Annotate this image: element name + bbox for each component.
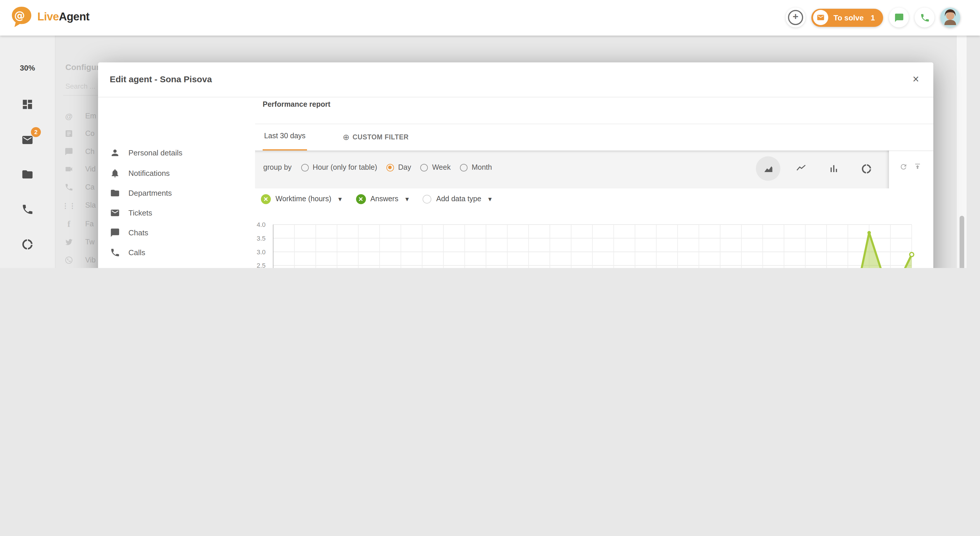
logo-agent: Agent xyxy=(59,11,90,23)
usage-percent: 30% xyxy=(0,63,55,72)
chats-button[interactable] xyxy=(889,8,909,27)
user-avatar[interactable] xyxy=(940,8,960,27)
phone-icon xyxy=(920,13,929,22)
svg-text:@: @ xyxy=(14,9,25,22)
group-by-band: group byHour (only for table)DayWeekMont… xyxy=(255,151,889,189)
envelope-icon xyxy=(110,208,120,218)
logo-bubble-icon: @ xyxy=(10,5,34,29)
radio-week[interactable] xyxy=(420,163,428,171)
empty-circle-icon xyxy=(423,195,432,203)
remove-series-icon[interactable]: ✕ xyxy=(261,194,271,204)
logo-live: Live xyxy=(37,11,59,23)
radio-label: Day xyxy=(398,163,411,171)
group-by-label: group by xyxy=(263,163,291,171)
chat-icon xyxy=(110,228,120,238)
radio-label: Week xyxy=(432,163,450,171)
topbar: @ LiveAgent + To solve 1 xyxy=(0,0,980,36)
series-chip-worktime-hours-[interactable]: ✕Worktime (hours)▼ xyxy=(261,194,343,204)
dashboard-grid-icon xyxy=(21,98,33,111)
tab-custom-filter[interactable]: ⊕CUSTOM FILTER xyxy=(343,132,409,142)
series-chip-label: Answers xyxy=(370,195,398,203)
sidebar-item-envelope[interactable] xyxy=(21,134,33,146)
radio-day[interactable] xyxy=(387,163,394,171)
signature-icon xyxy=(110,267,120,268)
performance-chart: 00.51.01.52.02.53.03.54.005/26/202105/27… xyxy=(255,209,933,268)
page-scrollbar[interactable] xyxy=(959,216,964,268)
line-chart-icon xyxy=(795,163,807,174)
sidebar-item-dashboard-grid[interactable] xyxy=(21,98,33,111)
sidebar-item-phone[interactable] xyxy=(21,203,33,216)
slack-icon: ⋮⋮ xyxy=(62,200,76,211)
area-chart-icon xyxy=(762,163,774,174)
remove-series-icon[interactable]: ✕ xyxy=(356,194,366,204)
app-logo[interactable]: @ LiveAgent xyxy=(10,5,89,29)
nav-item-notifications[interactable]: Notifications xyxy=(98,164,255,182)
donut-chart-icon xyxy=(861,163,872,174)
modal-header: Edit agent - Sona Pisova × xyxy=(98,62,933,97)
radio-label: Month xyxy=(472,163,492,171)
add-data-type[interactable]: Add data type▼ xyxy=(423,195,493,203)
chevron-down-icon: ▼ xyxy=(487,196,493,202)
modal-nav: Personal detailsNotificationsDepartments… xyxy=(98,97,255,268)
series-chip-answers[interactable]: ✕Answers▼ xyxy=(356,194,410,204)
to-solve-button[interactable]: To solve 1 xyxy=(811,8,883,27)
nav-item-tickets[interactable]: Tickets xyxy=(98,203,255,222)
bar-chart-button[interactable] xyxy=(821,156,846,181)
folder-icon xyxy=(110,188,120,198)
to-solve-count: 1 xyxy=(871,13,875,22)
configuration-title: Configur xyxy=(65,62,100,72)
nav-item-personal-details[interactable]: Personal details xyxy=(98,143,255,162)
chevron-down-icon: ▼ xyxy=(337,196,343,202)
phone-icon xyxy=(65,183,73,192)
nav-item-signature[interactable]: Signature xyxy=(98,263,255,268)
calls-button[interactable] xyxy=(915,8,934,27)
report-title: Performance report xyxy=(262,100,330,108)
radio-month[interactable] xyxy=(460,163,468,171)
sidebar-item-chat-bubble[interactable] xyxy=(21,168,33,181)
chat-bubble-icon xyxy=(21,168,33,181)
viber-icon xyxy=(65,256,73,265)
donut-icon xyxy=(21,238,33,251)
edit-agent-modal: Edit agent - Sona Pisova × Personal deta… xyxy=(98,62,933,268)
line-chart-button[interactable] xyxy=(789,156,813,181)
add-new-button[interactable]: + xyxy=(786,8,805,27)
to-solve-envelope-icon xyxy=(813,10,828,25)
chevron-down-icon: ▼ xyxy=(404,196,410,202)
svg-text:2.5: 2.5 xyxy=(256,262,266,268)
modal-content: Performance report Last 30 days ⊕CUSTOM … xyxy=(255,97,933,268)
envelope-icon xyxy=(21,134,33,146)
at-icon: @ xyxy=(65,111,72,121)
nav-item-calls[interactable]: Calls xyxy=(98,243,255,262)
close-icon[interactable]: × xyxy=(908,71,924,87)
chat-icon xyxy=(65,147,73,156)
unread-badge: 2 xyxy=(31,127,41,137)
to-solve-label: To solve xyxy=(834,13,864,22)
area-chart-button[interactable] xyxy=(756,156,780,181)
donut-chart-button[interactable] xyxy=(854,156,878,181)
svg-text:3.0: 3.0 xyxy=(256,249,266,256)
add-data-type-label: Add data type xyxy=(436,195,481,203)
chat-bubble-icon xyxy=(894,13,904,22)
nav-item-departments[interactable]: Departments xyxy=(98,184,255,202)
refresh-icon[interactable] xyxy=(899,163,908,171)
series-chip-label: Worktime (hours) xyxy=(275,195,331,203)
configuration-search-input: Search ... xyxy=(65,82,95,90)
plus-circle-icon: + xyxy=(788,10,803,25)
report-tabs: Last 30 days ⊕CUSTOM FILTER xyxy=(255,124,933,151)
svg-text:4.0: 4.0 xyxy=(256,221,266,228)
upload-icon[interactable] xyxy=(913,163,922,171)
video-icon xyxy=(65,165,73,173)
nav-item-chats[interactable]: Chats xyxy=(98,224,255,242)
person-icon xyxy=(110,148,120,158)
radio-hour-only-for-table-[interactable] xyxy=(301,163,309,171)
app-sidebar: 30% 2 xyxy=(0,36,56,268)
twitter-icon xyxy=(65,238,73,246)
sidebar-item-donut[interactable] xyxy=(21,238,33,251)
svg-text:3.5: 3.5 xyxy=(256,235,266,242)
facebook-icon: f xyxy=(67,219,70,229)
bar-chart-icon xyxy=(828,163,839,174)
bell-icon xyxy=(110,168,120,178)
tab-last-30-days[interactable]: Last 30 days xyxy=(262,132,307,140)
modal-title: Edit agent - Sona Pisova xyxy=(110,74,212,84)
radio-label: Hour (only for table) xyxy=(313,163,377,171)
